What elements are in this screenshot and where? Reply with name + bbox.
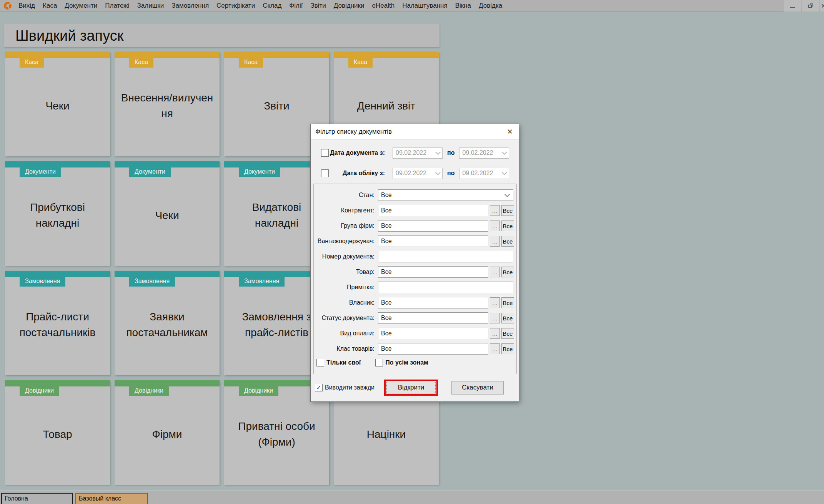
note-label: Примітка: (314, 284, 378, 291)
goods-label: Товар: (314, 269, 378, 275)
tile-kasa-cheky[interactable]: Каса Чеки (5, 52, 110, 156)
menu-item-help[interactable]: Довідка (475, 0, 506, 12)
document-number-input[interactable] (378, 251, 513, 262)
document-date-to-field[interactable]: 09.02.2022 (459, 148, 509, 159)
consignee-browse-button[interactable]: … (490, 236, 500, 247)
menu-bar: Вихід Каса Документи Платежі Залишки Зам… (0, 0, 824, 12)
payment-type-field[interactable]: Все (378, 328, 488, 339)
document-status-all-button[interactable]: Все (501, 313, 514, 323)
menu-item-orders[interactable]: Замовлення (168, 0, 213, 12)
dialog-footer: Виводити завжди Відкрити Скасувати (311, 374, 519, 401)
firm-group-all-button[interactable]: Все (501, 220, 514, 231)
counterparty-row: Контрагент: Все … Все (314, 203, 516, 218)
tile-label: Чеки (5, 52, 110, 156)
always-show-checkbox[interactable] (315, 384, 323, 391)
note-input[interactable] (378, 282, 513, 293)
menu-item-warehouse[interactable]: Склад (259, 0, 285, 12)
document-date-checkbox[interactable] (321, 149, 329, 157)
firm-group-row: Група фірм: Все … Все (314, 218, 516, 234)
tile-label: Заявки постачальникам (115, 271, 220, 375)
cancel-button[interactable]: Скасувати (451, 381, 504, 395)
goods-row: Товар: Все … Все (314, 264, 516, 280)
close-icon: ✕ (821, 2, 824, 10)
menu-item-stock[interactable]: Залишки (133, 0, 168, 12)
menu-item-certificates[interactable]: Сертифікати (213, 0, 259, 12)
dialog-close-button[interactable]: ✕ (501, 124, 519, 139)
payment-type-browse-button[interactable]: … (490, 328, 500, 339)
open-button[interactable]: Відкрити (384, 380, 438, 396)
goods-class-all-button[interactable]: Все (501, 343, 514, 354)
close-button[interactable]: ✕ (820, 0, 824, 12)
menu-item-ehealth[interactable]: eHealth (368, 0, 399, 12)
firm-group-label: Група фірм: (314, 222, 378, 229)
document-status-row: Статус документа: Все … Все (314, 310, 516, 326)
state-label: Стан: (314, 192, 378, 199)
restore-button[interactable] (802, 0, 819, 12)
menu-item-reports[interactable]: Звіти (306, 0, 330, 12)
menu-item-exit[interactable]: Вихід (15, 0, 39, 12)
all-zones-checkbox[interactable] (375, 359, 383, 366)
tile-label: Прибуткові накладні (5, 161, 110, 266)
document-number-row: Номер документа: (314, 249, 516, 264)
document-date-row: Дата документа з: 09.02.2022 по 09.02.20… (311, 147, 509, 159)
chevron-down-icon (502, 149, 507, 155)
state-combobox[interactable]: Все (378, 189, 513, 201)
tile-doc-cheky[interactable]: Документи Чеки (115, 161, 220, 266)
owner-row: Власник: Все … Все (314, 295, 516, 310)
tile-label: Фірми (115, 380, 220, 485)
menu-item-directories[interactable]: Довідники (330, 0, 368, 12)
only-own-checkbox[interactable] (316, 359, 324, 366)
goods-class-browse-button[interactable]: … (490, 343, 500, 354)
tab-bazovyi-klass[interactable]: Базовый класс (75, 493, 148, 504)
payment-type-all-button[interactable]: Все (501, 328, 514, 339)
account-date-to-field[interactable]: 09.02.2022 (459, 168, 509, 179)
consignee-all-button[interactable]: Все (501, 236, 514, 247)
owner-field[interactable]: Все (378, 297, 488, 308)
menu-item-documents[interactable]: Документи (61, 0, 101, 12)
firm-group-field[interactable]: Все (378, 220, 488, 232)
goods-all-button[interactable]: Все (501, 267, 514, 277)
goods-class-field[interactable]: Все (378, 343, 488, 355)
menu-item-kasa[interactable]: Каса (39, 0, 61, 12)
tile-kasa-vnesennia[interactable]: Каса Внесення/вилучен ня (115, 52, 220, 156)
tile-doc-prybutkovi[interactable]: Документи Прибуткові накладні (5, 161, 110, 266)
tile-ref-firmy[interactable]: Довідники Фірми (115, 380, 220, 485)
document-number-label: Номер документа: (314, 253, 378, 260)
quick-launch-header: Швидкий запуск (4, 24, 439, 47)
goods-class-row: Клас товарів: Все … Все (314, 341, 516, 356)
firm-group-browse-button[interactable]: … (490, 220, 500, 231)
document-date-from-field[interactable]: 09.02.2022 (393, 148, 443, 159)
counterparty-field[interactable]: Все (378, 205, 488, 216)
page-title: Швидкий запуск (15, 28, 123, 44)
menu-item-settings[interactable]: Налаштування (398, 0, 451, 12)
tab-holovna[interactable]: Головна (1, 493, 73, 504)
account-date-from-field[interactable]: 09.02.2022 (393, 168, 443, 179)
tile-ref-tovar[interactable]: Довідники Товар (5, 380, 110, 485)
tile-ord-zaiavky[interactable]: Замовлення Заявки постачальникам (115, 271, 220, 375)
account-date-checkbox[interactable] (321, 169, 329, 177)
consignee-field[interactable]: Все (378, 235, 488, 247)
options-checkbox-row: Тільки свої По усім зонам (316, 359, 428, 366)
consignee-row: Вантажоодержувач: Все … Все (314, 234, 516, 249)
minimize-button[interactable] (784, 0, 801, 12)
app-logo-icon (4, 2, 12, 10)
date-to-label: по (447, 170, 454, 177)
dialog-titlebar: Фільтр списку документів ✕ (311, 124, 519, 139)
owner-browse-button[interactable]: … (490, 297, 500, 308)
counterparty-all-button[interactable]: Все (501, 205, 514, 216)
goods-field[interactable]: Все (378, 266, 488, 278)
document-status-field[interactable]: Все (378, 312, 488, 324)
filter-dialog: Фільтр списку документів ✕ Дата документ… (310, 124, 519, 402)
document-status-browse-button[interactable]: … (490, 313, 500, 323)
owner-label: Власник: (314, 299, 378, 306)
menu-item-payments[interactable]: Платежі (101, 0, 133, 12)
tile-label: Чеки (115, 161, 220, 266)
tile-ord-price-lists[interactable]: Замовлення Прайс-листи постачальників (5, 271, 110, 375)
account-date-label: Дата обліку з: (329, 170, 389, 177)
all-zones-label: По усім зонам (385, 359, 428, 366)
menu-item-branches[interactable]: Філії (285, 0, 306, 12)
owner-all-button[interactable]: Все (501, 297, 514, 308)
counterparty-browse-button[interactable]: … (490, 205, 500, 216)
goods-browse-button[interactable]: … (490, 267, 500, 277)
menu-item-windows[interactable]: Вікна (451, 0, 475, 12)
